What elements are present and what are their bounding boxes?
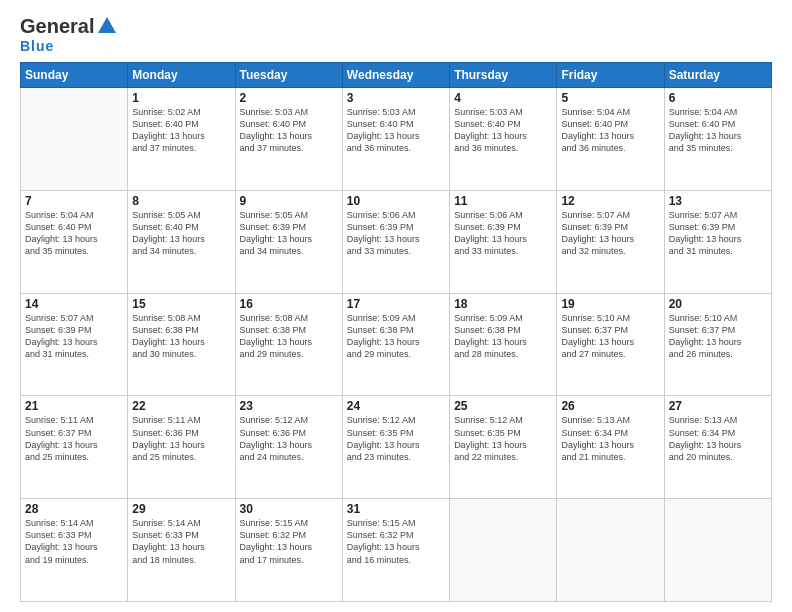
calendar-cell: 30Sunrise: 5:15 AM Sunset: 6:32 PM Dayli…: [235, 499, 342, 602]
calendar-cell: 16Sunrise: 5:08 AM Sunset: 6:38 PM Dayli…: [235, 293, 342, 396]
svg-marker-0: [98, 17, 116, 33]
calendar-cell: [664, 499, 771, 602]
day-info: Sunrise: 5:07 AM Sunset: 6:39 PM Dayligh…: [25, 312, 123, 361]
weekday-header: Saturday: [664, 63, 771, 88]
logo-icon: [96, 15, 118, 37]
calendar-cell: 13Sunrise: 5:07 AM Sunset: 6:39 PM Dayli…: [664, 190, 771, 293]
calendar-cell: 19Sunrise: 5:10 AM Sunset: 6:37 PM Dayli…: [557, 293, 664, 396]
day-number: 24: [347, 399, 445, 413]
day-info: Sunrise: 5:05 AM Sunset: 6:39 PM Dayligh…: [240, 209, 338, 258]
day-number: 23: [240, 399, 338, 413]
calendar-cell: 17Sunrise: 5:09 AM Sunset: 6:38 PM Dayli…: [342, 293, 449, 396]
calendar-cell: 26Sunrise: 5:13 AM Sunset: 6:34 PM Dayli…: [557, 396, 664, 499]
calendar-cell: 1Sunrise: 5:02 AM Sunset: 6:40 PM Daylig…: [128, 88, 235, 191]
calendar-cell: 25Sunrise: 5:12 AM Sunset: 6:35 PM Dayli…: [450, 396, 557, 499]
day-number: 8: [132, 194, 230, 208]
day-number: 15: [132, 297, 230, 311]
calendar-cell: 4Sunrise: 5:03 AM Sunset: 6:40 PM Daylig…: [450, 88, 557, 191]
day-info: Sunrise: 5:04 AM Sunset: 6:40 PM Dayligh…: [25, 209, 123, 258]
day-info: Sunrise: 5:03 AM Sunset: 6:40 PM Dayligh…: [347, 106, 445, 155]
day-number: 6: [669, 91, 767, 105]
calendar-cell: [21, 88, 128, 191]
day-number: 26: [561, 399, 659, 413]
calendar-cell: 21Sunrise: 5:11 AM Sunset: 6:37 PM Dayli…: [21, 396, 128, 499]
day-number: 20: [669, 297, 767, 311]
day-number: 7: [25, 194, 123, 208]
day-number: 14: [25, 297, 123, 311]
day-number: 12: [561, 194, 659, 208]
calendar-week-row: 7Sunrise: 5:04 AM Sunset: 6:40 PM Daylig…: [21, 190, 772, 293]
day-info: Sunrise: 5:10 AM Sunset: 6:37 PM Dayligh…: [561, 312, 659, 361]
day-info: Sunrise: 5:13 AM Sunset: 6:34 PM Dayligh…: [669, 414, 767, 463]
day-info: Sunrise: 5:02 AM Sunset: 6:40 PM Dayligh…: [132, 106, 230, 155]
weekday-header: Wednesday: [342, 63, 449, 88]
day-info: Sunrise: 5:09 AM Sunset: 6:38 PM Dayligh…: [347, 312, 445, 361]
day-info: Sunrise: 5:07 AM Sunset: 6:39 PM Dayligh…: [669, 209, 767, 258]
calendar-header-row: SundayMondayTuesdayWednesdayThursdayFrid…: [21, 63, 772, 88]
calendar-cell: 24Sunrise: 5:12 AM Sunset: 6:35 PM Dayli…: [342, 396, 449, 499]
weekday-header: Monday: [128, 63, 235, 88]
day-number: 1: [132, 91, 230, 105]
calendar-cell: 3Sunrise: 5:03 AM Sunset: 6:40 PM Daylig…: [342, 88, 449, 191]
weekday-header: Friday: [557, 63, 664, 88]
calendar-cell: [450, 499, 557, 602]
day-info: Sunrise: 5:10 AM Sunset: 6:37 PM Dayligh…: [669, 312, 767, 361]
page: General Blue SundayMondayTuesdayWednesda…: [0, 0, 792, 612]
calendar-cell: 12Sunrise: 5:07 AM Sunset: 6:39 PM Dayli…: [557, 190, 664, 293]
calendar-cell: 28Sunrise: 5:14 AM Sunset: 6:33 PM Dayli…: [21, 499, 128, 602]
day-info: Sunrise: 5:12 AM Sunset: 6:35 PM Dayligh…: [347, 414, 445, 463]
calendar-cell: 23Sunrise: 5:12 AM Sunset: 6:36 PM Dayli…: [235, 396, 342, 499]
calendar-cell: 11Sunrise: 5:06 AM Sunset: 6:39 PM Dayli…: [450, 190, 557, 293]
day-number: 29: [132, 502, 230, 516]
weekday-header: Sunday: [21, 63, 128, 88]
day-number: 22: [132, 399, 230, 413]
header: General Blue: [20, 15, 772, 54]
day-info: Sunrise: 5:15 AM Sunset: 6:32 PM Dayligh…: [347, 517, 445, 566]
day-info: Sunrise: 5:13 AM Sunset: 6:34 PM Dayligh…: [561, 414, 659, 463]
calendar-cell: 6Sunrise: 5:04 AM Sunset: 6:40 PM Daylig…: [664, 88, 771, 191]
calendar-cell: 7Sunrise: 5:04 AM Sunset: 6:40 PM Daylig…: [21, 190, 128, 293]
logo-blue: Blue: [20, 38, 54, 54]
day-info: Sunrise: 5:15 AM Sunset: 6:32 PM Dayligh…: [240, 517, 338, 566]
day-number: 10: [347, 194, 445, 208]
day-number: 5: [561, 91, 659, 105]
day-info: Sunrise: 5:06 AM Sunset: 6:39 PM Dayligh…: [454, 209, 552, 258]
calendar-cell: 18Sunrise: 5:09 AM Sunset: 6:38 PM Dayli…: [450, 293, 557, 396]
day-number: 2: [240, 91, 338, 105]
day-number: 21: [25, 399, 123, 413]
day-info: Sunrise: 5:11 AM Sunset: 6:36 PM Dayligh…: [132, 414, 230, 463]
calendar-week-row: 14Sunrise: 5:07 AM Sunset: 6:39 PM Dayli…: [21, 293, 772, 396]
day-number: 11: [454, 194, 552, 208]
calendar-week-row: 21Sunrise: 5:11 AM Sunset: 6:37 PM Dayli…: [21, 396, 772, 499]
calendar-cell: 14Sunrise: 5:07 AM Sunset: 6:39 PM Dayli…: [21, 293, 128, 396]
calendar-cell: [557, 499, 664, 602]
calendar-cell: 15Sunrise: 5:08 AM Sunset: 6:38 PM Dayli…: [128, 293, 235, 396]
day-info: Sunrise: 5:12 AM Sunset: 6:35 PM Dayligh…: [454, 414, 552, 463]
calendar-cell: 29Sunrise: 5:14 AM Sunset: 6:33 PM Dayli…: [128, 499, 235, 602]
day-number: 27: [669, 399, 767, 413]
day-info: Sunrise: 5:08 AM Sunset: 6:38 PM Dayligh…: [132, 312, 230, 361]
day-info: Sunrise: 5:09 AM Sunset: 6:38 PM Dayligh…: [454, 312, 552, 361]
logo-general: General: [20, 15, 94, 38]
day-number: 30: [240, 502, 338, 516]
day-info: Sunrise: 5:06 AM Sunset: 6:39 PM Dayligh…: [347, 209, 445, 258]
logo: General Blue: [20, 15, 118, 54]
day-info: Sunrise: 5:04 AM Sunset: 6:40 PM Dayligh…: [669, 106, 767, 155]
calendar-table: SundayMondayTuesdayWednesdayThursdayFrid…: [20, 62, 772, 602]
day-number: 19: [561, 297, 659, 311]
day-info: Sunrise: 5:14 AM Sunset: 6:33 PM Dayligh…: [25, 517, 123, 566]
calendar-week-row: 28Sunrise: 5:14 AM Sunset: 6:33 PM Dayli…: [21, 499, 772, 602]
calendar-cell: 31Sunrise: 5:15 AM Sunset: 6:32 PM Dayli…: [342, 499, 449, 602]
day-info: Sunrise: 5:12 AM Sunset: 6:36 PM Dayligh…: [240, 414, 338, 463]
calendar-cell: 27Sunrise: 5:13 AM Sunset: 6:34 PM Dayli…: [664, 396, 771, 499]
calendar-cell: 22Sunrise: 5:11 AM Sunset: 6:36 PM Dayli…: [128, 396, 235, 499]
calendar-cell: 20Sunrise: 5:10 AM Sunset: 6:37 PM Dayli…: [664, 293, 771, 396]
day-number: 28: [25, 502, 123, 516]
day-number: 17: [347, 297, 445, 311]
day-info: Sunrise: 5:03 AM Sunset: 6:40 PM Dayligh…: [454, 106, 552, 155]
day-number: 16: [240, 297, 338, 311]
calendar-cell: 8Sunrise: 5:05 AM Sunset: 6:40 PM Daylig…: [128, 190, 235, 293]
weekday-header: Thursday: [450, 63, 557, 88]
day-number: 3: [347, 91, 445, 105]
weekday-header: Tuesday: [235, 63, 342, 88]
